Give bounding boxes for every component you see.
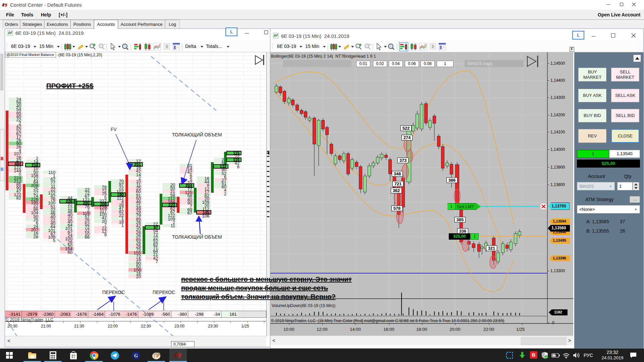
svg-text:$: $ xyxy=(166,44,168,49)
svg-text:G: G xyxy=(134,353,138,358)
svg-text:$: $ xyxy=(432,44,434,49)
